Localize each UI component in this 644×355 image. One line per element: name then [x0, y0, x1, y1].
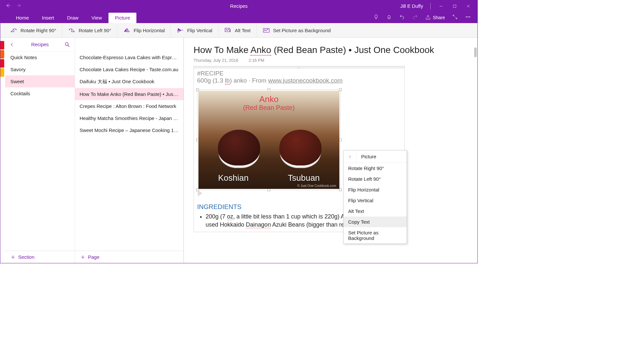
resize-handle[interactable] [339, 88, 342, 91]
tab-home[interactable]: Home [9, 13, 35, 23]
text-flagged: Dainagon [246, 221, 271, 228]
image-watermark: © Just One Cookbook.com [297, 184, 336, 188]
frame-grip[interactable]: ···· [194, 66, 404, 69]
selected-image[interactable]: Anko (Red Bean Paste) Koshian Tsubuan © … [197, 89, 341, 190]
redo-icon[interactable] [412, 14, 418, 21]
image-text: Koshian [218, 173, 248, 183]
color-tab-red[interactable] [0, 41, 4, 49]
context-back-icon[interactable] [344, 151, 357, 163]
resize-handle[interactable] [339, 189, 342, 191]
flip-vertical-label: Flip Vertical [187, 28, 212, 33]
text: 200g (7 [206, 213, 227, 220]
user-name[interactable]: Jill E Duffy [400, 3, 423, 9]
rotate-left-button[interactable]: Rotate Left 90° [62, 23, 117, 37]
tab-insert[interactable]: Insert [35, 13, 61, 23]
notebook-header: Recipes [5, 38, 75, 51]
scrollbar-thumb[interactable] [474, 47, 477, 57]
ctx-copy-text[interactable]: Copy Text [344, 217, 407, 227]
ctx-alt-text[interactable]: Alt Text [344, 206, 407, 217]
color-tab-red-2[interactable] [0, 59, 4, 68]
section-savory[interactable]: Savory [5, 63, 75, 75]
alt-text-label: Alt Text [235, 28, 251, 33]
tab-picture[interactable]: Picture [108, 13, 137, 23]
title-text: (Red Bean Paste) • Just One Cookbook [271, 45, 434, 55]
page-title[interactable]: How To Make Anko (Red Bean Paste) • Just… [194, 44, 468, 56]
ctx-flip-horizontal[interactable]: Flip Horizontal [344, 184, 407, 195]
bell-icon[interactable] [386, 14, 392, 21]
page-item[interactable]: Daifuku 大福 • Just One Cookbook [75, 75, 183, 88]
add-page-label: Page [88, 254, 99, 260]
fullscreen-icon[interactable] [452, 14, 458, 21]
section-cocktails[interactable]: Cocktails [5, 87, 75, 99]
alt-text-button[interactable]: Alt Text [219, 23, 257, 37]
color-tab-orange[interactable] [0, 50, 4, 59]
source-line[interactable]: 600g (1.3 lb) anko · From www.justonecoo… [197, 77, 401, 84]
notebook-title: Recipes [31, 42, 49, 47]
back-chevron-icon[interactable] [10, 42, 14, 47]
page-item[interactable]: Healthy Matcha Smoothies Recipe - Japan … [75, 112, 183, 124]
undo-icon[interactable] [399, 14, 405, 21]
forward-icon[interactable] [17, 3, 22, 9]
ctx-flip-vertical[interactable]: Flip Vertical [344, 195, 407, 206]
ctx-set-background[interactable]: Set Picture as Background [344, 227, 407, 243]
rotate-right-button[interactable]: Rotate Right 90° [4, 23, 62, 37]
image-text: (Red Bean Paste) [243, 104, 295, 111]
ctx-rotate-right[interactable]: Rotate Right 90° [344, 163, 407, 174]
tab-view[interactable]: View [85, 13, 108, 23]
text: ) anko · From [230, 77, 268, 84]
content-frame[interactable]: ···· #RECIPE 600g (1.3 lb) anko · From w… [194, 66, 405, 232]
section-sweet[interactable]: Sweet [5, 75, 75, 87]
flip-horizontal-label: Flip Horizontal [133, 28, 165, 33]
note-canvas[interactable]: How To Make Anko (Red Bean Paste) • Just… [184, 38, 477, 263]
page-item[interactable]: Crepes Recipe : Alton Brown : Food Netwo… [75, 100, 183, 112]
svg-point-8 [65, 43, 68, 46]
resize-handle[interactable] [339, 138, 342, 141]
add-section-label: Section [18, 254, 34, 260]
page-item[interactable]: Sweet Mochi Recipe – Japanese Cooking 10… [75, 124, 183, 136]
rotate-left-label: Rotate Left 90° [79, 28, 111, 33]
svg-point-2 [468, 17, 468, 17]
back-icon[interactable] [6, 3, 11, 9]
page-item[interactable]: How To Make Anko (Red Bean Paste) • Just… [75, 88, 183, 100]
source-link[interactable]: www.justonecookbook.com [268, 77, 343, 84]
svg-point-5 [226, 29, 227, 29]
window-title: Recipes [230, 3, 247, 9]
resize-handle[interactable] [196, 189, 199, 191]
page-item[interactable]: Chocolate-Espresso Lava Cakes with Espre… [75, 51, 183, 63]
section-quick-notes[interactable]: Quick Notes [5, 51, 75, 63]
ribbon-tabs: Home Insert Draw View Picture Share [0, 12, 477, 23]
lightbulb-icon[interactable] [373, 14, 379, 21]
ctx-rotate-left[interactable]: Rotate Left 90° [344, 174, 407, 184]
share-button[interactable]: Share [425, 15, 445, 20]
flip-horizontal-button[interactable]: Flip Horizontal [117, 23, 171, 37]
tab-draw[interactable]: Draw [61, 13, 85, 23]
add-section-button[interactable]: Section [5, 251, 75, 263]
note-date: Thursday, July 21, 2016 [194, 58, 238, 63]
close-icon[interactable] [465, 3, 472, 9]
text-flagged: lb [225, 77, 230, 85]
text: 600g (1.3 [197, 77, 225, 84]
image-text: Anko [243, 95, 295, 104]
note-time: 2:16 PM [248, 58, 264, 63]
bean-graphic [218, 130, 260, 165]
section-color-tabs [0, 38, 5, 263]
recipe-image: Anko (Red Bean Paste) Koshian Tsubuan © … [198, 91, 339, 189]
color-tab-yellow[interactable] [0, 68, 4, 77]
set-background-label: Set Picture as Background [273, 28, 331, 33]
bean-graphic [279, 130, 322, 165]
titlebar: Recipes Jill E Duffy [0, 0, 477, 12]
text-flagged: oz [227, 213, 233, 220]
note-timestamp: Thursday, July 21, 2016 2:16 PM [194, 58, 468, 63]
add-page-button[interactable]: Page [75, 251, 183, 263]
flip-vertical-button[interactable]: Flip Vertical [171, 23, 219, 37]
maximize-icon[interactable] [451, 3, 458, 9]
svg-rect-0 [453, 5, 456, 7]
resize-handle[interactable] [268, 189, 270, 191]
search-icon[interactable] [64, 42, 70, 47]
minimize-icon[interactable] [438, 3, 444, 9]
more-icon[interactable] [465, 14, 471, 21]
page-item[interactable]: Chocolate Lava Cakes Recipe - Taste.com.… [75, 63, 183, 75]
recipe-tag[interactable]: #RECIPE [197, 70, 401, 77]
set-background-button[interactable]: Set Picture as Background [257, 23, 337, 37]
ribbon: Rotate Right 90° Rotate Left 90° Flip Ho… [0, 23, 477, 38]
